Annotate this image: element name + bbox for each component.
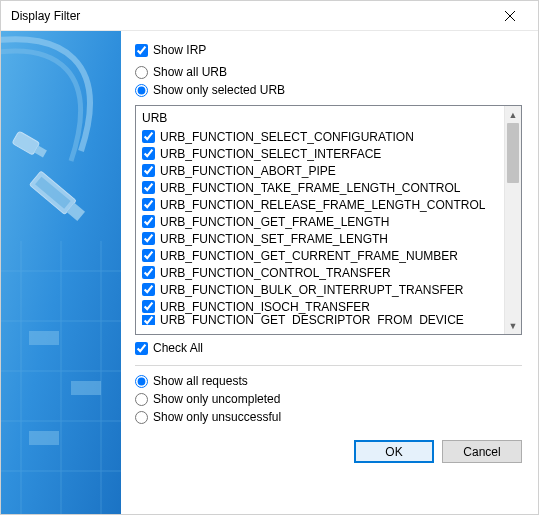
show-unsuccessful-label: Show only unsuccessful (153, 410, 281, 424)
urb-item-label: URB_FUNCTION_SET_FRAME_LENGTH (160, 232, 388, 246)
urb-item-label: URB_FUNCTION_GET_FRAME_LENGTH (160, 215, 389, 229)
urb-item-label: URB_FUNCTION_RELEASE_FRAME_LENGTH_CONTRO… (160, 198, 485, 212)
titlebar: Display Filter (1, 1, 538, 31)
check-all-checkbox[interactable] (135, 342, 148, 355)
urb-show-all-row: Show all URB (135, 65, 522, 79)
show-irp-label: Show IRP (153, 43, 206, 57)
urb-item-checkbox[interactable] (142, 266, 155, 279)
scroll-up-icon[interactable]: ▲ (505, 106, 521, 123)
scroll-down-icon[interactable]: ▼ (505, 317, 521, 334)
urb-item-label: URB_FUNCTION_ABORT_PIPE (160, 164, 336, 178)
urb-item-label: URB_FUNCTION_SELECT_INTERFACE (160, 147, 381, 161)
urb-item-checkbox[interactable] (142, 283, 155, 296)
show-all-urb-label: Show all URB (153, 65, 227, 79)
urb-item-label: URB_FUNCTION_GET_CURRENT_FRAME_NUMBER (160, 249, 458, 263)
show-uncompleted-label: Show only uncompleted (153, 392, 280, 406)
urb-item-checkbox[interactable] (142, 147, 155, 160)
list-item[interactable]: URB_FUNCTION_BULK_OR_INTERRUPT_TRANSFER (142, 281, 502, 298)
urb-item-checkbox[interactable] (142, 315, 155, 325)
urb-item-label: URB_FUNCTION_GET_DESCRIPTOR_FROM_DEVICE (160, 315, 464, 325)
show-all-requests-label: Show all requests (153, 374, 248, 388)
display-filter-dialog: Display Filter (0, 0, 539, 515)
list-item[interactable]: URB_FUNCTION_SELECT_INTERFACE (142, 145, 502, 162)
svg-rect-16 (29, 331, 59, 345)
show-all-urb-radio[interactable] (135, 66, 148, 79)
urb-item-checkbox[interactable] (142, 232, 155, 245)
urb-show-selected-row: Show only selected URB (135, 83, 522, 97)
urb-item-checkbox[interactable] (142, 249, 155, 262)
sidebar-image (1, 31, 121, 514)
list-item[interactable]: URB_FUNCTION_GET_DESCRIPTOR_FROM_DEVICE (142, 315, 502, 325)
show-selected-urb-label: Show only selected URB (153, 83, 285, 97)
list-item[interactable]: URB_FUNCTION_GET_FRAME_LENGTH (142, 213, 502, 230)
show-irp-row: Show IRP (135, 43, 522, 57)
list-item[interactable]: URB_FUNCTION_ISOCH_TRANSFER (142, 298, 502, 315)
list-item[interactable]: URB_FUNCTION_CONTROL_TRANSFER (142, 264, 502, 281)
urb-item-label: URB_FUNCTION_BULK_OR_INTERRUPT_TRANSFER (160, 283, 463, 297)
requests-all-row: Show all requests (135, 374, 522, 388)
show-unsuccessful-radio[interactable] (135, 411, 148, 424)
urb-item-checkbox[interactable] (142, 181, 155, 194)
requests-unsuccessful-row: Show only unsuccessful (135, 410, 522, 424)
svg-rect-18 (29, 431, 59, 445)
scroll-thumb[interactable] (507, 123, 519, 183)
check-all-label: Check All (153, 341, 203, 355)
urb-list-header: URB (142, 110, 502, 128)
urb-list: URB URB_FUNCTION_SELECT_CONFIGURATIONURB… (135, 105, 522, 335)
window-title: Display Filter (11, 9, 490, 23)
show-all-requests-radio[interactable] (135, 375, 148, 388)
svg-rect-17 (71, 381, 101, 395)
list-item[interactable]: URB_FUNCTION_SET_FRAME_LENGTH (142, 230, 502, 247)
show-selected-urb-radio[interactable] (135, 84, 148, 97)
list-item[interactable]: URB_FUNCTION_ABORT_PIPE (142, 162, 502, 179)
urb-item-label: URB_FUNCTION_SELECT_CONFIGURATION (160, 130, 414, 144)
list-item[interactable]: URB_FUNCTION_GET_CURRENT_FRAME_NUMBER (142, 247, 502, 264)
urb-item-checkbox[interactable] (142, 300, 155, 313)
close-icon (505, 11, 515, 21)
separator (135, 365, 522, 366)
cancel-button[interactable]: Cancel (442, 440, 522, 463)
urb-item-checkbox[interactable] (142, 198, 155, 211)
dialog-buttons: OK Cancel (135, 440, 522, 463)
ok-button[interactable]: OK (354, 440, 434, 463)
requests-uncompleted-row: Show only uncompleted (135, 392, 522, 406)
scrollbar[interactable]: ▲ ▼ (504, 106, 521, 334)
urb-list-viewport[interactable]: URB URB_FUNCTION_SELECT_CONFIGURATIONURB… (136, 106, 504, 334)
show-irp-checkbox[interactable] (135, 44, 148, 57)
urb-item-checkbox[interactable] (142, 130, 155, 143)
urb-item-label: URB_FUNCTION_TAKE_FRAME_LENGTH_CONTROL (160, 181, 461, 195)
content-panel: Show IRP Show all URB Show only selected… (121, 31, 538, 514)
urb-item-label: URB_FUNCTION_CONTROL_TRANSFER (160, 266, 391, 280)
close-button[interactable] (490, 2, 530, 30)
list-item[interactable]: URB_FUNCTION_SELECT_CONFIGURATION (142, 128, 502, 145)
urb-item-checkbox[interactable] (142, 215, 155, 228)
show-uncompleted-radio[interactable] (135, 393, 148, 406)
list-item[interactable]: URB_FUNCTION_TAKE_FRAME_LENGTH_CONTROL (142, 179, 502, 196)
list-item[interactable]: URB_FUNCTION_RELEASE_FRAME_LENGTH_CONTRO… (142, 196, 502, 213)
check-all-row: Check All (135, 341, 522, 355)
urb-item-label: URB_FUNCTION_ISOCH_TRANSFER (160, 300, 370, 314)
urb-item-checkbox[interactable] (142, 164, 155, 177)
